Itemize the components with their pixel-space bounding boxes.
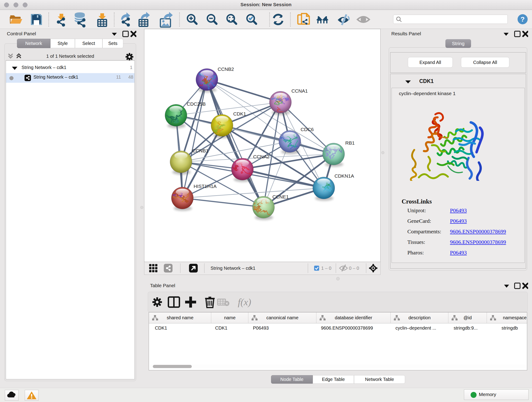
svg-text:f(x): f(x) xyxy=(238,297,251,307)
